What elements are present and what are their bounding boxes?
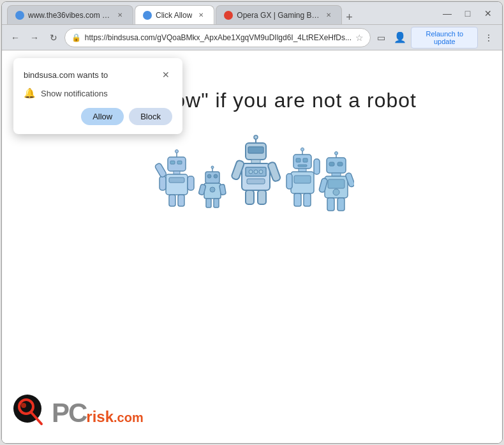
page-content: bindsusa.com wants to ✕ 🔔 Show notificat… bbox=[2, 50, 502, 443]
svg-rect-42 bbox=[298, 165, 307, 167]
svg-point-4 bbox=[175, 150, 179, 153]
tab-2[interactable]: Click Allow ✕ bbox=[135, 5, 214, 24]
bell-icon: 🔔 bbox=[24, 87, 36, 99]
popup-header: bindsusa.com wants to ✕ bbox=[24, 68, 172, 81]
tab-1-close[interactable]: ✕ bbox=[115, 10, 125, 20]
svg-rect-8 bbox=[169, 195, 175, 206]
profile-icon: 👤 bbox=[394, 31, 406, 43]
svg-rect-48 bbox=[294, 193, 301, 206]
pcrisk-risk: risk bbox=[86, 408, 114, 426]
tab-1-favicon bbox=[15, 11, 24, 20]
back-button[interactable]: ← bbox=[7, 29, 24, 47]
svg-rect-11 bbox=[188, 176, 194, 190]
svg-rect-62 bbox=[337, 198, 345, 211]
svg-rect-34 bbox=[247, 179, 265, 184]
svg-rect-41 bbox=[303, 158, 308, 162]
svg-rect-50 bbox=[286, 174, 292, 189]
close-button[interactable]: ✕ bbox=[479, 4, 497, 22]
svg-point-15 bbox=[214, 174, 218, 178]
title-bar: www.the36vibes.com | 521: ✕ Click Allow … bbox=[2, 2, 502, 25]
tab-2-favicon bbox=[143, 11, 152, 20]
tab-1[interactable]: www.the36vibes.com | 521: ✕ bbox=[7, 5, 133, 24]
menu-button[interactable]: ⋮ bbox=[480, 29, 497, 47]
svg-rect-21 bbox=[214, 199, 219, 207]
svg-point-19 bbox=[210, 187, 215, 192]
reload-button[interactable]: ↻ bbox=[45, 29, 62, 47]
new-tab-icon: + bbox=[346, 11, 353, 24]
svg-rect-23 bbox=[219, 184, 226, 195]
lock-icon: 🔒 bbox=[71, 33, 81, 42]
tab-3-favicon bbox=[224, 11, 233, 20]
tab-1-label: www.the36vibes.com | 521: bbox=[28, 11, 111, 20]
address-field[interactable]: 🔒 https://bindsusa.com/gVQoaBMkx_ApxAbe1… bbox=[64, 28, 371, 47]
block-button[interactable]: Block bbox=[129, 108, 172, 125]
tab-3-close[interactable]: ✕ bbox=[323, 10, 334, 20]
svg-point-68 bbox=[21, 403, 26, 408]
svg-point-27 bbox=[254, 135, 258, 139]
svg-point-31 bbox=[249, 170, 253, 174]
toolbar-actions: ▭ 👤 Relaunch to update ⋮ bbox=[373, 27, 497, 49]
window-controls: — □ ✕ bbox=[438, 4, 497, 22]
menu-icon: ⋮ bbox=[484, 33, 493, 43]
svg-rect-61 bbox=[327, 198, 334, 211]
profile-button[interactable]: 👤 bbox=[392, 29, 409, 47]
popup-close-button[interactable]: ✕ bbox=[159, 68, 172, 81]
svg-rect-35 bbox=[246, 190, 254, 204]
svg-rect-54 bbox=[337, 162, 343, 166]
svg-rect-10 bbox=[159, 176, 166, 190]
tabs-area: www.the36vibes.com | 521: ✕ Click Allow … bbox=[7, 2, 433, 24]
notification-popup: bindsusa.com wants to ✕ 🔔 Show notificat… bbox=[13, 58, 182, 134]
svg-point-32 bbox=[254, 170, 258, 174]
popup-buttons: Allow Block bbox=[24, 108, 172, 125]
star-icon: ☆ bbox=[355, 33, 364, 43]
tab-2-close[interactable]: ✕ bbox=[196, 10, 206, 20]
svg-rect-7 bbox=[169, 177, 184, 183]
svg-rect-59 bbox=[328, 179, 345, 188]
tab-2-label: Click Allow bbox=[156, 11, 192, 20]
svg-point-14 bbox=[207, 174, 211, 178]
svg-rect-53 bbox=[329, 162, 334, 166]
relaunch-button[interactable]: Relaunch to update bbox=[411, 27, 478, 49]
pcrisk-icon bbox=[13, 395, 48, 432]
browser-window: www.the36vibes.com | 521: ✕ Click Allow … bbox=[1, 1, 503, 444]
svg-rect-47 bbox=[294, 176, 311, 183]
svg-point-17 bbox=[211, 166, 214, 169]
svg-rect-9 bbox=[178, 195, 184, 206]
allow-button[interactable]: Allow bbox=[81, 108, 124, 125]
svg-rect-36 bbox=[258, 190, 266, 204]
pcrisk-pc: PC bbox=[52, 398, 86, 428]
popup-title: bindsusa.com wants to bbox=[24, 70, 108, 80]
svg-point-44 bbox=[301, 148, 304, 151]
new-tab-button[interactable]: + bbox=[343, 11, 355, 24]
address-bar-row: ← → ↻ 🔒 https://bindsusa.com/gVQoaBMkx_A… bbox=[2, 25, 502, 50]
pcrisk-brand: PC risk .com bbox=[52, 398, 144, 428]
sidebar-icon: ▭ bbox=[377, 33, 385, 43]
svg-rect-20 bbox=[206, 199, 211, 207]
svg-rect-12 bbox=[154, 163, 167, 178]
forward-button[interactable]: → bbox=[26, 29, 43, 47]
svg-point-60 bbox=[333, 189, 339, 195]
pcrisk-watermark: PC risk .com bbox=[13, 395, 144, 432]
svg-rect-1 bbox=[170, 161, 175, 164]
svg-point-33 bbox=[259, 170, 263, 174]
tab-3-label: Opera GX | Gaming Browse... bbox=[237, 11, 320, 20]
robots-svg bbox=[150, 132, 354, 234]
robots-illustration bbox=[150, 132, 354, 234]
maximize-button[interactable]: □ bbox=[459, 4, 477, 22]
svg-rect-49 bbox=[304, 193, 311, 206]
popup-notification-row: 🔔 Show notifications bbox=[24, 87, 172, 99]
minimize-button[interactable]: — bbox=[438, 4, 456, 22]
svg-rect-2 bbox=[177, 161, 182, 164]
svg-point-56 bbox=[335, 152, 338, 155]
svg-rect-25 bbox=[248, 147, 263, 153]
pcrisk-dotcom: .com bbox=[114, 411, 144, 425]
notification-label: Show notifications bbox=[41, 89, 108, 98]
svg-rect-51 bbox=[314, 159, 320, 174]
svg-rect-40 bbox=[296, 158, 300, 162]
address-text: https://bindsusa.com/gVQoaBMkx_ApxAbe1Xg… bbox=[85, 33, 352, 42]
sidebar-icon-button[interactable]: ▭ bbox=[373, 29, 390, 47]
tab-3[interactable]: Opera GX | Gaming Browse... ✕ bbox=[216, 5, 342, 24]
